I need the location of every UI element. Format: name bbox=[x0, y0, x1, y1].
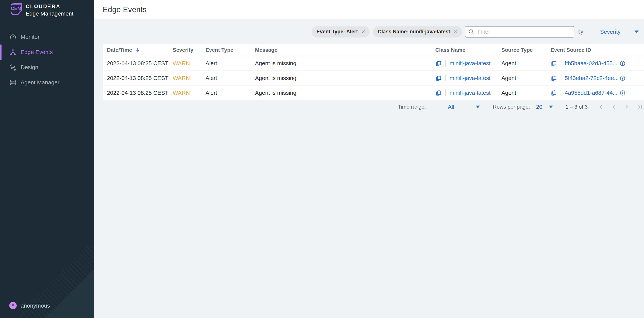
content: Event Type: Alert Class Name: minifi-jav… bbox=[94, 19, 644, 318]
sidebar-item-label: Edge Events bbox=[20, 49, 53, 55]
copy-icon[interactable] bbox=[550, 75, 557, 81]
cem-badge-icon: CEM bbox=[10, 3, 22, 15]
sidebar-item-design[interactable]: Design bbox=[0, 60, 94, 75]
cell-source-type: Agent bbox=[501, 60, 550, 67]
divider bbox=[445, 75, 446, 81]
topbar: Edge Events bbox=[94, 0, 644, 19]
search-icon bbox=[468, 29, 474, 35]
cell-event-source-id: 5f43eba2-72c2-4ee... bbox=[550, 75, 620, 81]
rows-per-page-value: 20 bbox=[536, 104, 542, 110]
event-source-id-link[interactable]: ffb5baaa-02d3-455... bbox=[565, 60, 617, 67]
filter-chip-label: Event Type: Alert bbox=[316, 29, 358, 35]
sidebar-item-label: Agent Manager bbox=[20, 79, 60, 86]
cell-message: Agent is missing bbox=[255, 75, 435, 81]
filter-chip-class-name[interactable]: Class Name: minifi-java-latest bbox=[373, 26, 462, 38]
chip-close-icon[interactable] bbox=[361, 29, 366, 34]
column-header-datetime[interactable]: Date/Time bbox=[107, 47, 173, 53]
cell-datetime: 2022-04-13 08:25 CEST bbox=[107, 75, 173, 81]
next-page-icon[interactable] bbox=[624, 104, 630, 110]
page-title: Edge Events bbox=[103, 5, 146, 14]
pagination-bar: Time range: All Rows per page: 20 1 – 3 … bbox=[94, 104, 644, 110]
column-header-event-source-id[interactable]: Event Source ID bbox=[550, 47, 620, 53]
last-page-icon[interactable] bbox=[637, 104, 643, 110]
cell-source-type: Agent bbox=[501, 90, 550, 96]
cell-severity: WARN bbox=[173, 90, 206, 96]
class-name-link[interactable]: minifi-java-latest bbox=[450, 75, 490, 81]
column-header-message[interactable]: Message bbox=[255, 47, 435, 53]
rows-per-page-select[interactable]: 20 bbox=[536, 104, 553, 110]
copy-icon[interactable] bbox=[550, 60, 557, 67]
avatar: A bbox=[9, 302, 17, 309]
sidebar-item-monitor[interactable]: Monitor bbox=[0, 29, 94, 45]
filter-chip-label: Class Name: minifi-java-latest bbox=[378, 29, 450, 35]
rows-per-page-label: Rows per page: bbox=[493, 104, 530, 110]
divider bbox=[445, 89, 446, 96]
pagination-range-text: 1 – 3 of 3 bbox=[566, 104, 588, 110]
sidebar-item-label: Design bbox=[20, 64, 38, 71]
sort-by-value: Severity bbox=[600, 29, 620, 35]
flow-icon bbox=[10, 64, 16, 71]
info-icon[interactable] bbox=[620, 90, 626, 96]
time-range-value: All bbox=[448, 104, 454, 110]
user-menu[interactable]: A anonymous bbox=[9, 302, 50, 309]
sidebar-item-agent-manager[interactable]: Agent Manager bbox=[0, 75, 94, 90]
sort-by-select[interactable]: Severity bbox=[588, 29, 639, 35]
copy-icon[interactable] bbox=[435, 60, 442, 67]
gauge-icon bbox=[10, 34, 16, 41]
cell-message: Agent is missing bbox=[255, 60, 435, 67]
filter-input[interactable] bbox=[465, 26, 574, 38]
cell-info bbox=[620, 75, 644, 81]
cell-severity: WARN bbox=[173, 60, 206, 67]
copy-icon[interactable] bbox=[435, 75, 442, 81]
cell-event-type: Alert bbox=[206, 75, 255, 81]
app-logo: CEM CLOUDΞRA Edge Management bbox=[10, 3, 74, 17]
column-header-event-type[interactable]: Event Type bbox=[206, 47, 255, 53]
event-source-id-link[interactable]: 4a955dd1-a687-44... bbox=[565, 90, 618, 96]
class-name-link[interactable]: minifi-java-latest bbox=[450, 60, 490, 67]
column-header-severity[interactable]: Severity bbox=[173, 47, 206, 53]
brand-name: CLOUDΞRA bbox=[26, 4, 74, 10]
column-header-source-type[interactable]: Source Type bbox=[501, 47, 550, 53]
layers-icon bbox=[10, 79, 16, 86]
cell-severity: WARN bbox=[173, 75, 206, 81]
cell-message: Agent is missing bbox=[255, 90, 435, 96]
time-range-label: Time range: bbox=[398, 104, 426, 110]
table-row: 2022-04-13 08:25 CEST WARN Alert Agent i… bbox=[103, 86, 644, 101]
cell-datetime: 2022-04-13 08:25 CEST bbox=[107, 90, 173, 96]
pagination-controls bbox=[598, 104, 643, 110]
hub-icon bbox=[10, 49, 16, 56]
table-row: 2022-04-13 08:25 CEST WARN Alert Agent i… bbox=[103, 56, 644, 71]
time-range-select[interactable]: All bbox=[448, 104, 480, 110]
event-source-id-link[interactable]: 5f43eba2-72c2-4ee... bbox=[565, 75, 619, 81]
brand-product: Edge Management bbox=[26, 11, 74, 17]
user-name: anonymous bbox=[20, 302, 50, 309]
cell-event-type: Alert bbox=[206, 60, 255, 67]
divider bbox=[560, 89, 561, 96]
filter-chip-event-type[interactable]: Event Type: Alert bbox=[312, 26, 370, 38]
chip-close-icon[interactable] bbox=[453, 29, 458, 34]
by-label: by: bbox=[578, 29, 585, 35]
previous-page-icon[interactable] bbox=[611, 104, 616, 110]
filter-search bbox=[465, 26, 574, 38]
edge-events-table: Date/Time Severity Event Type Message Cl… bbox=[103, 44, 644, 101]
cell-class-name: minifi-java-latest bbox=[435, 60, 501, 67]
cell-info bbox=[620, 90, 644, 96]
first-page-icon[interactable] bbox=[598, 104, 603, 110]
copy-icon[interactable] bbox=[435, 90, 442, 96]
class-name-link[interactable]: minifi-java-latest bbox=[450, 90, 490, 96]
sidebar-nav: Monitor Edge Events Design bbox=[0, 29, 94, 90]
info-icon[interactable] bbox=[620, 75, 626, 81]
cell-source-type: Agent bbox=[501, 75, 550, 81]
cell-info bbox=[620, 60, 644, 66]
table-header-row: Date/Time Severity Event Type Message Cl… bbox=[103, 44, 644, 56]
copy-icon[interactable] bbox=[550, 90, 557, 96]
cell-class-name: minifi-java-latest bbox=[435, 89, 501, 96]
column-header-class-name[interactable]: Class Name bbox=[435, 47, 501, 53]
sidebar: CEM CLOUDΞRA Edge Management Monitor Edg… bbox=[0, 0, 94, 318]
info-icon[interactable] bbox=[620, 60, 626, 66]
chevron-down-icon bbox=[634, 31, 639, 33]
cell-event-type: Alert bbox=[206, 90, 255, 96]
cell-event-source-id: ffb5baaa-02d3-455... bbox=[550, 60, 620, 67]
sidebar-item-edge-events[interactable]: Edge Events bbox=[0, 45, 94, 60]
chevron-down-icon bbox=[476, 106, 480, 108]
